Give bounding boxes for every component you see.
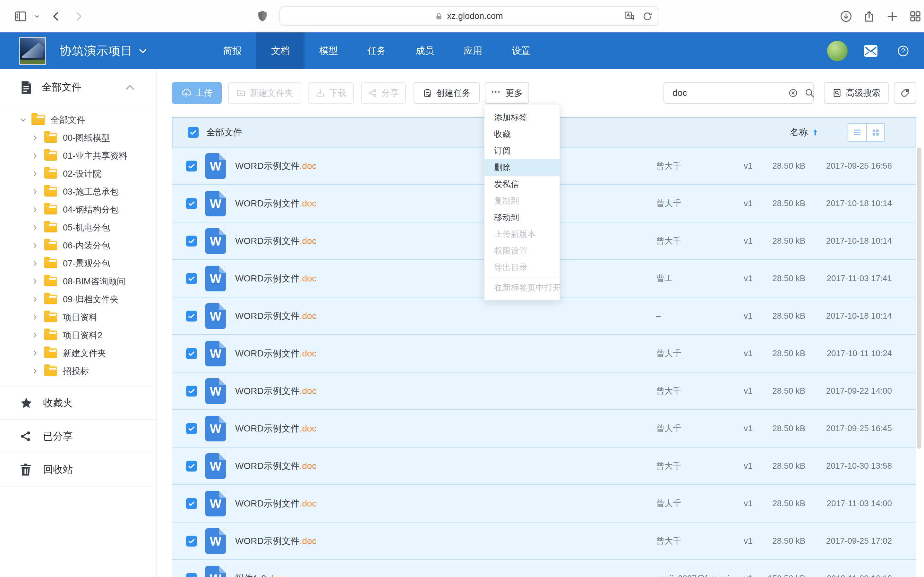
menu-item[interactable]: 复制到 [485,192,559,209]
row-checkbox[interactable] [186,161,197,171]
new-tab-button[interactable] [886,10,899,23]
file-name[interactable]: WORD示例文件.doc [235,310,317,322]
row-checkbox[interactable] [186,348,197,359]
nav-tab[interactable]: 成员 [401,32,449,69]
grid-view-button[interactable] [866,124,884,141]
menu-item[interactable]: 移动到 [485,209,559,226]
menu-item[interactable]: 添加标签 [485,109,559,126]
sidebar-toggle-icon[interactable] [13,9,27,23]
menu-item[interactable]: 订阅 [485,142,559,159]
menu-item[interactable]: 发私信 [485,176,559,192]
table-row[interactable]: WORD示例文件.doc 曾大千 v1 28.50 kB 2017-09-25 … [172,522,916,560]
sidebar-item-shared[interactable]: 已分享 [0,420,156,453]
tree-item-folder[interactable]: 00-图纸模型 [0,129,156,147]
file-name[interactable]: WORD示例文件.doc [235,460,317,472]
file-name[interactable]: 附件1-2.doc [235,572,283,577]
tab-overview-button[interactable] [909,10,922,23]
row-checkbox[interactable] [186,498,197,509]
row-checkbox[interactable] [186,198,197,209]
file-name[interactable]: WORD示例文件.doc [235,385,317,397]
sort-by-name[interactable]: 名称 [790,126,819,139]
forward-button[interactable] [73,11,84,22]
select-all-checkbox[interactable] [188,127,199,138]
table-row[interactable]: WORD示例文件.doc 曾大千 v1 28.50 kB 2017-11-03 … [172,485,916,522]
file-name[interactable]: WORD示例文件.doc [235,235,317,247]
file-name[interactable]: WORD示例文件.doc [235,498,317,510]
nav-tab[interactable]: 简报 [208,32,256,69]
tree-item-folder[interactable]: 09-归档文件夹 [0,290,156,308]
menu-item[interactable]: 上传新版本 [485,226,559,242]
chevron-right-icon[interactable] [31,224,39,231]
chevron-right-icon[interactable] [31,242,39,249]
tree-item-folder[interactable]: 04-钢结构分包 [0,201,156,219]
table-row[interactable]: WORD示例文件.doc 曾大千 v1 28.50 kB 2017-10-30 … [172,448,916,485]
chevron-right-icon[interactable] [31,188,39,195]
table-row[interactable]: WORD示例文件.doc 曾大千 v1 28.50 kB 2017-09-22 … [172,372,916,410]
nav-tab[interactable]: 应用 [449,32,497,69]
search-icon[interactable] [804,88,814,98]
user-avatar[interactable] [827,41,848,61]
tree-item-folder[interactable]: 招投标 [0,362,156,380]
menu-item[interactable]: 删除 [485,159,559,176]
nav-tab[interactable]: 文档 [256,32,304,69]
scrollbar-thumb[interactable] [917,147,921,449]
file-name[interactable]: WORD示例文件.doc [235,535,317,547]
row-checkbox[interactable] [186,235,197,247]
back-button[interactable] [51,11,61,22]
sidebar-options-chevron-icon[interactable] [34,13,40,19]
row-checkbox[interactable] [186,573,197,577]
file-name[interactable]: WORD示例文件.doc [235,348,317,359]
more-button[interactable]: ⋯ 更多 [485,82,529,104]
nav-tab[interactable]: 模型 [304,32,352,69]
chevron-right-icon[interactable] [31,367,39,375]
tree-item-folder[interactable]: 07-景观分包 [0,255,156,272]
chevron-right-icon[interactable] [31,152,39,159]
row-checkbox[interactable] [186,461,197,472]
row-checkbox[interactable] [186,273,197,284]
tree-item-folder[interactable]: 06-内装分包 [0,237,156,255]
search-input[interactable] [664,83,788,103]
sidebar-item-recycle-bin[interactable]: 回收站 [0,453,156,486]
advanced-search-button[interactable]: 高级搜索 [824,82,889,104]
chevron-right-icon[interactable] [31,278,39,285]
chevron-down-icon[interactable] [19,116,27,124]
downloads-button[interactable] [840,10,853,23]
sidebar-item-favorites[interactable]: 收藏夹 [0,386,156,420]
project-switcher[interactable]: 协筑演示项目 [60,32,148,69]
tree-item-folder[interactable]: 02-设计院 [0,165,156,183]
translate-icon[interactable] [624,11,635,22]
new-folder-button[interactable]: 新建文件夹 [228,82,301,104]
tag-button[interactable] [894,82,916,104]
menu-item[interactable]: 在新标签页中打开 [485,277,559,295]
sidebar-section-all-files[interactable]: 全部文件 [0,69,156,105]
chevron-right-icon[interactable] [31,134,39,141]
tree-item-folder[interactable]: 01-业主共享资料 [0,147,156,165]
clear-search-icon[interactable] [788,88,798,98]
nav-tab[interactable]: 设置 [497,32,545,69]
download-button[interactable]: 下载 [308,82,354,104]
file-name[interactable]: WORD示例文件.doc [235,272,317,285]
tree-item-folder[interactable]: 项目资料2 [0,326,156,344]
file-name[interactable]: WORD示例文件.doc [235,422,317,435]
url-bar[interactable]: xz.glodon.com [279,6,658,26]
chevron-right-icon[interactable] [31,332,39,339]
tree-item-folder[interactable]: 05-机电分包 [0,219,156,237]
chevron-right-icon[interactable] [31,260,39,267]
menu-item[interactable]: 权限设置 [485,242,559,259]
tree-item-root[interactable]: 全部文件 [0,111,156,129]
table-row[interactable]: WORD示例文件.doc 曾大千 v1 28.50 kB 2017-10-11 … [172,335,916,372]
row-checkbox[interactable] [186,311,197,322]
chevron-right-icon[interactable] [31,314,39,321]
share-button[interactable]: 分享 [361,82,406,104]
tree-item-folder[interactable]: 项目资料 [0,308,156,326]
file-name[interactable]: WORD示例文件.doc [235,160,317,172]
chevron-right-icon[interactable] [31,296,39,303]
create-task-button[interactable]: 创建任务 [414,82,480,104]
row-checkbox[interactable] [186,536,197,546]
help-icon[interactable]: ? [897,45,909,57]
tree-item-folder[interactable]: 03-施工总承包 [0,183,156,201]
share-page-button[interactable] [863,10,876,23]
privacy-shield-icon[interactable] [257,10,268,23]
list-view-button[interactable] [848,124,866,141]
table-row[interactable]: 附件1-2.doc sunjie2007@foxmai... v1 159.50… [172,560,916,577]
